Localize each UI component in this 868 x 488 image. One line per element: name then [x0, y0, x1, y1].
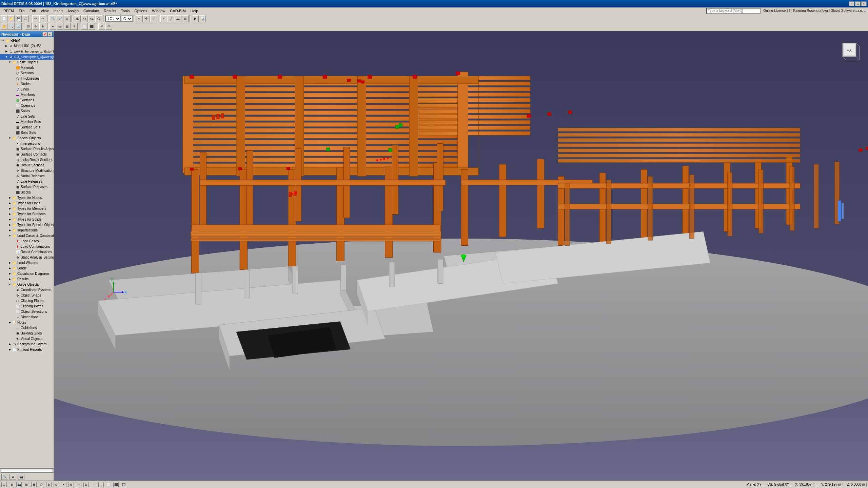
expand-linesets[interactable] [12, 115, 15, 118]
zoom-out-button[interactable]: 🔎 [57, 15, 63, 22]
load-type-dropdown[interactable]: G [121, 16, 133, 22]
expand-object-snaps[interactable] [12, 294, 15, 297]
menu-window[interactable]: Window [150, 8, 167, 14]
expand-sections[interactable] [12, 72, 15, 75]
view-3d-button[interactable]: 3D [74, 15, 81, 22]
expand-solids[interactable] [12, 109, 15, 113]
tree-item-load-cases-comb[interactable]: ▼ 📁 Load Cases & Combinations [0, 233, 54, 239]
render-solid[interactable]: ⬛ [88, 23, 95, 30]
expand-object-selections[interactable] [12, 310, 15, 313]
expand-surface-contacts[interactable] [12, 153, 15, 156]
expand-members[interactable] [12, 93, 15, 97]
expand-types-nodes[interactable]: ▶ [8, 196, 12, 200]
tree-item-load-combinations[interactable]: ⬇ Load Combinations [0, 244, 54, 249]
tree-item-line-releases[interactable]: ╱ Line Releases [0, 179, 54, 184]
tree-item-thicknesses[interactable]: ⬡ Thicknesses [0, 76, 54, 81]
view-yz-button[interactable]: YZ [95, 15, 102, 22]
expand-solidsets[interactable] [12, 131, 15, 135]
tree-item-nodes[interactable]: ● Nodes [0, 81, 54, 87]
node-button[interactable]: • [160, 15, 167, 22]
status-icon-11[interactable]: — [76, 482, 81, 487]
tree-item-surface-releases[interactable]: ▦ Surface Releases [0, 184, 54, 190]
expand-model001[interactable]: ▶ [5, 44, 8, 48]
tree-item-surfaces[interactable]: ▦ Surfaces [0, 98, 54, 103]
results-button[interactable]: 📊 [199, 15, 206, 22]
view-xy-button[interactable]: XY [81, 15, 88, 22]
tree-item-results[interactable]: ▶ 📁 Results [0, 277, 54, 282]
menu-edit[interactable]: Edit [27, 8, 38, 14]
expand-building-grids[interactable] [12, 332, 15, 335]
tree-item-object-snaps[interactable]: ⊙ Object Snaps [0, 293, 54, 298]
expand-basic-objects[interactable]: ▼ [8, 61, 12, 64]
status-icon-9[interactable]: ✕ [61, 482, 66, 487]
status-icon-6[interactable]: ⬡ [39, 482, 44, 487]
navigator-close-button[interactable]: × [47, 32, 52, 37]
tree-item-object-selections[interactable]: ⬜ Object Selections [0, 309, 54, 314]
expand-surface-releases[interactable] [12, 185, 15, 189]
expand-surfaces[interactable] [12, 99, 15, 102]
tree-item-membersets[interactable]: ▬ Member Sets [0, 119, 54, 125]
display-surfaces[interactable]: ▦ [64, 23, 71, 30]
tree-item-surface-results-adj[interactable]: ▦ Surface Results Adjustments [0, 146, 54, 152]
tree-item-result-sections[interactable]: ⊞ Result Sections [0, 163, 54, 168]
tree-item-calculation-diagrams[interactable]: ▶ 📁 Calculation Diagrams [0, 271, 54, 277]
show-all-button[interactable]: 👁 [105, 23, 112, 30]
tree-item-types-solids[interactable]: ▶ 📁 Types for Solids [0, 217, 54, 222]
tree-item-surface-contacts[interactable]: ⊞ Surface Contacts [0, 152, 54, 157]
expand-line-releases[interactable] [12, 180, 15, 183]
tree-item-solidsets[interactable]: ⬛ Solid Sets [0, 130, 54, 136]
member-button[interactable]: ▬ [175, 15, 181, 22]
status-icon-1[interactable]: ⊙ [1, 482, 7, 487]
tree-item-visual-objects[interactable]: 👁 Visual Objects [0, 336, 54, 342]
tree-item-coordinate-systems[interactable]: ⊕ Coordinate Systems [0, 287, 54, 293]
status-icon-8[interactable]: ⊙ [54, 482, 59, 487]
redo-button[interactable]: ↪ [39, 15, 46, 22]
load-case-dropdown[interactable]: LC1 [105, 16, 121, 22]
view-cube[interactable]: +X [841, 41, 861, 62]
expand-background-layers[interactable]: ▶ [8, 343, 12, 346]
tree-item-printout-reports[interactable]: ▶ 📄 Printout Reports [0, 347, 54, 352]
expand-nodal-releases[interactable] [12, 175, 15, 178]
nav-btn-camera[interactable]: 📷 [18, 474, 24, 480]
expand-special-objects[interactable]: ▼ [8, 137, 12, 140]
tree-item-clipping-planes[interactable]: ⬡ Clipping Planes [0, 298, 54, 304]
expand-openings[interactable] [12, 104, 15, 107]
expand-guide-objects[interactable]: ▼ [8, 283, 12, 286]
zoom-in-button[interactable]: 🔍 [50, 15, 56, 22]
expand-structure-modifications[interactable] [12, 169, 15, 172]
status-icon-2[interactable]: 🖥 [9, 482, 14, 487]
tree-item-static-analysis-settings[interactable]: ⚙ Static Analysis Settings [0, 255, 54, 260]
menu-insert[interactable]: Insert [52, 8, 65, 14]
menu-calculate[interactable]: Calculate [81, 8, 101, 14]
tree-item-background-layers[interactable]: ▶ 🗃 Background Layers [0, 342, 54, 347]
status-icon-3[interactable]: 📷 [16, 482, 22, 487]
expand-printout-reports[interactable]: ▶ [8, 348, 12, 351]
snap-grid[interactable]: ⊡ [25, 23, 32, 30]
status-icon-5[interactable]: 🔳 [31, 482, 37, 487]
tree-item-imperfections[interactable]: ▶ 📁 Imperfections [0, 228, 54, 233]
tree-item-types-special[interactable]: ▶ 📁 Types for Special Objects [0, 222, 54, 228]
render-wire[interactable]: ⬜ [81, 23, 88, 30]
expand-coordinate-systems[interactable] [12, 288, 15, 292]
open-button[interactable]: 📁 [8, 15, 15, 22]
menu-assign[interactable]: Assign [65, 8, 81, 14]
orbit-button[interactable]: 🔄 [15, 23, 22, 30]
expand-load-combinations[interactable] [12, 245, 15, 248]
menu-help[interactable]: Help [189, 8, 200, 14]
tree-item-load-cases[interactable]: ⬇ Load Cases [0, 239, 54, 244]
search-input[interactable] [706, 8, 761, 14]
tree-item-nodal-releases[interactable]: ⊙ Nodal Releases [0, 174, 54, 179]
nav-btn-settings[interactable]: ⚙ [9, 474, 16, 480]
menu-tools[interactable]: Tools [119, 8, 132, 14]
expand-kindergarten[interactable]: ▼ [5, 55, 8, 59]
expand-visual-objects[interactable] [12, 337, 15, 341]
tree-item-sections[interactable]: ⬡ Sections [0, 70, 54, 76]
navigator-pin-button[interactable]: 📌 [42, 32, 47, 37]
select-button[interactable]: ↖ [136, 15, 143, 22]
expand-clipping-planes[interactable] [12, 299, 15, 303]
tree-item-intersections[interactable]: ✕ Intersections [0, 141, 54, 146]
line-button[interactable]: ╱ [167, 15, 174, 22]
move-button[interactable]: ✥ [143, 15, 150, 22]
expand-types-solids[interactable]: ▶ [8, 218, 12, 221]
close-button[interactable]: × [861, 1, 867, 6]
